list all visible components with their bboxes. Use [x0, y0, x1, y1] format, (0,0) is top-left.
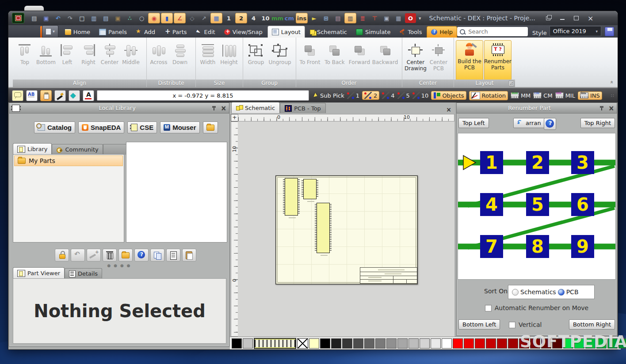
tree-item-my-parts[interactable]: My Parts: [14, 155, 123, 166]
help-button[interactable]: [134, 249, 149, 262]
tab-edit[interactable]: Edit: [192, 27, 219, 38]
tab-view-snap[interactable]: View/Snap: [220, 27, 267, 38]
align-right-button[interactable]: Right: [78, 40, 99, 66]
copy-button[interactable]: [150, 249, 164, 262]
tab-parts[interactable]: Parts: [160, 27, 191, 38]
color-swatch[interactable]: [375, 338, 386, 349]
maximize-button[interactable]: [571, 14, 582, 23]
ic-symbol-icon[interactable]: ▥: [344, 13, 356, 23]
color-swatch[interactable]: [508, 338, 518, 349]
size-width-button[interactable]: Width: [197, 40, 218, 66]
place-part-icon[interactable]: ▮: [161, 13, 173, 23]
tab-panels[interactable]: Panels: [95, 27, 131, 38]
forward-button[interactable]: Forward: [347, 40, 372, 66]
hammer-icon[interactable]: ⊤: [369, 13, 380, 23]
ruler-mm-icon[interactable]: mm: [272, 13, 283, 23]
pin-icon[interactable]: [212, 106, 216, 111]
nodes-icon[interactable]: ∴: [124, 13, 135, 23]
objects-button[interactable]: Objects: [431, 91, 466, 100]
size-height-button[interactable]: Height: [218, 40, 240, 66]
chip-frame-icon[interactable]: ▣: [381, 13, 392, 23]
top-left-button[interactable]: Top Left: [458, 118, 489, 128]
color-swatch[interactable]: [397, 338, 408, 349]
rotation-button[interactable]: Rotation: [469, 91, 508, 100]
qat-overflow-icon[interactable]: ▾: [419, 15, 421, 21]
renumber-parts-button[interactable]: T ?Renumber Parts: [484, 40, 511, 80]
catalog-button[interactable]: Catalog: [34, 121, 75, 133]
power-icon[interactable]: O: [405, 13, 416, 23]
float-window-icon[interactable]: [542, 14, 554, 23]
close-panel-icon[interactable]: [221, 104, 226, 112]
color-swatch[interactable]: [353, 338, 363, 349]
tab-schematic[interactable]: Schematic: [306, 27, 351, 38]
pointer-icon[interactable]: ►: [309, 13, 320, 23]
color-swatch[interactable]: [486, 338, 496, 349]
color-swatch[interactable]: [475, 338, 485, 349]
mouser-button[interactable]: Mouser: [160, 121, 199, 133]
search-box[interactable]: [457, 27, 528, 36]
color-swatch[interactable]: [331, 338, 341, 349]
pin-icon[interactable]: [599, 106, 604, 111]
new-sheet-icon[interactable]: □: [76, 13, 88, 23]
snap-1-icon[interactable]: 1: [223, 13, 234, 23]
net-diamond-icon[interactable]: [69, 90, 80, 101]
lock-button[interactable]: [55, 249, 69, 262]
backward-button[interactable]: Backward: [372, 40, 398, 66]
align-bottom-button[interactable]: Bottom: [35, 40, 57, 66]
open-library-folder-button[interactable]: [203, 121, 218, 133]
group-button[interactable]: Group: [244, 40, 267, 66]
ruler-origin-button[interactable]: +: [231, 114, 238, 121]
distribute-across-button[interactable]: Across: [148, 40, 169, 66]
graph-icon[interactable]: ∠: [174, 13, 186, 23]
copy-sheet-icon[interactable]: ▥: [88, 13, 99, 23]
unit-cm-button[interactable]: cmCM: [533, 92, 552, 99]
print-icon[interactable]: ▤: [29, 13, 40, 23]
undo-icon[interactable]: ↶: [53, 13, 64, 23]
grid-icon[interactable]: ▦: [210, 13, 222, 23]
snapeda-button[interactable]: SnapEDA: [78, 121, 124, 133]
ic-component[interactable]: [285, 178, 298, 216]
color-swatch[interactable]: [442, 338, 452, 349]
comment-icon[interactable]: [12, 90, 23, 101]
paste-sheet-icon[interactable]: ▤: [100, 13, 111, 23]
sub-pick-toggle[interactable]: Sub Pick: [314, 92, 344, 99]
chip-package-icon[interactable]: ▦: [393, 13, 404, 23]
paintbrush-icon[interactable]: [54, 90, 66, 101]
close-button[interactable]: [585, 14, 596, 23]
toolbar-grip[interactable]: ∷: [611, 93, 614, 98]
swatch-none[interactable]: [297, 338, 308, 349]
bottom-left-button[interactable]: Bottom Left: [458, 319, 500, 330]
color-swatch[interactable]: [497, 338, 507, 349]
auto-renumber-checkbox[interactable]: [485, 305, 492, 311]
tab-pcb-top-doc[interactable]: PCB - Top: [280, 103, 326, 113]
ic-component[interactable]: [303, 179, 317, 199]
search-input[interactable]: [467, 28, 522, 35]
tab-layout[interactable]: Layout: [267, 26, 305, 38]
color-swatch[interactable]: [420, 338, 430, 349]
color-swatch[interactable]: [464, 338, 474, 349]
to-front-button[interactable]: To Front: [298, 40, 322, 66]
save-icon[interactable]: ▣: [41, 13, 52, 23]
color-swatch[interactable]: [408, 338, 419, 349]
tab-help[interactable]: Help: [427, 26, 457, 38]
ruler-ins-icon[interactable]: ins: [296, 13, 308, 23]
close-document-icon[interactable]: ×: [446, 106, 451, 113]
snap-4-icon[interactable]: 4: [248, 13, 259, 23]
center-pcb-button[interactable]: Center PCB: [428, 40, 450, 72]
color-swatch[interactable]: [431, 338, 441, 349]
snap-2-icon[interactable]: 2: [235, 13, 247, 23]
origin-icon[interactable]: ◇: [187, 13, 198, 23]
wire-pins-icon[interactable]: ◉: [148, 13, 160, 23]
align-left-button[interactable]: Left: [57, 40, 78, 66]
snap-1-button[interactable]: 1: [347, 92, 359, 99]
ungroup-button[interactable]: Ungroup: [267, 40, 292, 66]
layer-palette-preview[interactable]: [254, 338, 296, 349]
swatch-highlight[interactable]: [309, 338, 319, 349]
tab-add[interactable]: Add: [132, 27, 159, 38]
swatch-black[interactable]: [232, 338, 242, 349]
snap-5-button[interactable]: 5: [397, 92, 410, 99]
vertical-checkbox[interactable]: [509, 322, 515, 328]
radio-pcb[interactable]: [558, 289, 565, 296]
tab-tools[interactable]: Tools: [395, 27, 426, 38]
undo-button[interactable]: [71, 249, 85, 262]
